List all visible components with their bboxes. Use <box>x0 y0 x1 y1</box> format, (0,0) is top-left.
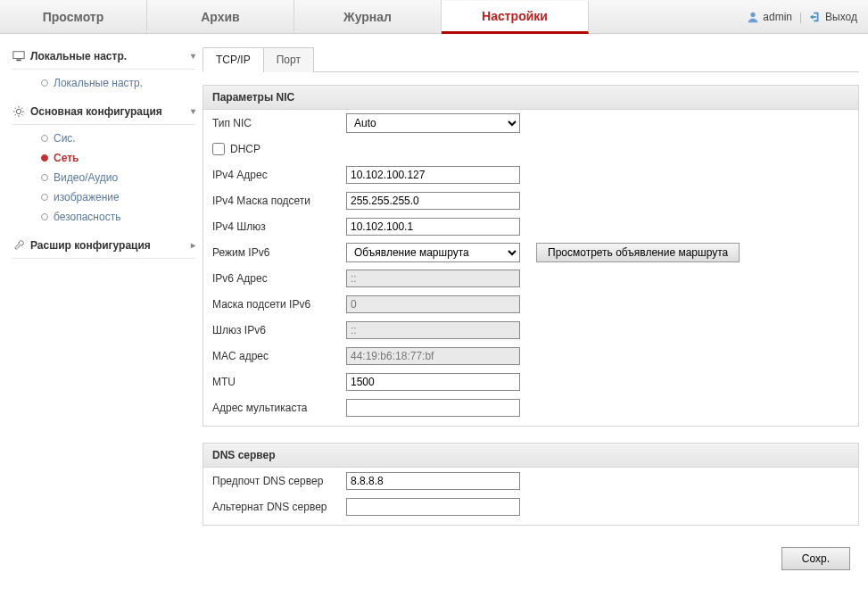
sidebar-head-advanced[interactable]: Расшир конфигурация ▸ <box>12 236 195 259</box>
tab-log[interactable]: Журнал <box>294 0 442 33</box>
ipv6-mode-select[interactable]: Объявление маршрута <box>346 243 520 262</box>
sidebar-item-label: изображение <box>54 191 120 203</box>
dns-pref-input[interactable] <box>346 472 520 490</box>
dns-pref-label: Предпочт DNS сервер <box>212 475 346 487</box>
ipv6-gw-input <box>346 321 520 339</box>
main-content: TCP/IP Порт Параметры NIC Тип NIC Auto D… <box>201 34 868 589</box>
svg-rect-2 <box>16 59 21 61</box>
svg-point-0 <box>751 12 756 16</box>
sidebar-item-label: Сеть <box>54 152 79 164</box>
ipv4-mask-input[interactable] <box>346 192 520 210</box>
save-button[interactable]: Сохр. <box>781 547 850 570</box>
logout-link[interactable]: Выход <box>809 11 857 23</box>
subtab-tcpip[interactable]: TCP/IP <box>203 47 264 72</box>
sidebar-head-basic[interactable]: Основная конфигурация ▾ <box>12 102 195 125</box>
user-icon <box>747 11 759 23</box>
sidebar-head-local-label: Локальные настр. <box>30 50 127 62</box>
chevron-down-icon: ▾ <box>191 106 195 116</box>
logout-label: Выход <box>825 11 857 23</box>
ipv6-addr-input <box>346 270 520 287</box>
ipv6-mode-label: Режим IPv6 <box>212 246 346 259</box>
bullet-icon <box>41 135 48 142</box>
top-nav: Просмотр Архив Журнал Настройки admin | … <box>0 0 868 34</box>
top-nav-tabs: Просмотр Архив Журнал Настройки <box>0 0 589 33</box>
ipv4-mask-label: IPv4 Маска подсети <box>212 195 346 207</box>
sidebar-item-system[interactable]: Сис. <box>41 129 195 148</box>
footer: Сохр. <box>203 542 859 583</box>
bullet-icon <box>41 213 48 220</box>
chevron-right-icon: ▸ <box>191 240 195 250</box>
nic-type-select[interactable]: Auto <box>346 113 520 133</box>
mcast-label: Адрес мультикаста <box>212 402 346 414</box>
sidebar-item-video-audio[interactable]: Видео/Аудио <box>41 168 195 187</box>
sidebar-item-label: безопасность <box>54 211 120 223</box>
sidebar-item-local-settings[interactable]: Локальные настр. <box>41 73 195 93</box>
dns-alt-label: Альтернат DNS сервер <box>212 501 346 513</box>
sidebar-item-label: Сис. <box>54 132 76 145</box>
mcast-input[interactable] <box>346 399 520 417</box>
dhcp-label: DHCP <box>230 143 260 155</box>
ipv4-gw-label: IPv4 Шлюз <box>212 220 346 233</box>
sidebar-head-local[interactable]: Локальные настр. ▾ <box>12 46 195 70</box>
view-route-adv-button[interactable]: Просмотреть объявление маршрута <box>536 243 740 262</box>
sidebar-group-basic: Основная конфигурация ▾ Сис. Сеть Видео/… <box>12 102 195 227</box>
panel-nic: Параметры NIC Тип NIC Auto DHCP IPv4 Адр… <box>203 85 859 427</box>
gear-icon <box>12 105 25 118</box>
ipv4-gw-input[interactable] <box>346 218 520 236</box>
chevron-down-icon: ▾ <box>191 51 195 61</box>
panel-dns: DNS сервер Предпочт DNS сервер Альтернат… <box>203 443 859 526</box>
dns-alt-input[interactable] <box>346 498 520 516</box>
ipv4-addr-label: IPv4 Адрес <box>212 169 346 181</box>
svg-rect-1 <box>13 51 24 58</box>
panel-nic-title: Параметры NIC <box>203 86 858 110</box>
panel-dns-title: DNS сервер <box>203 444 858 468</box>
user-display: admin <box>747 11 792 23</box>
sidebar-item-label: Локальные настр. <box>54 77 143 89</box>
tab-settings[interactable]: Настройки <box>442 1 589 34</box>
bullet-icon <box>41 154 48 162</box>
user-name: admin <box>763 11 792 23</box>
bullet-icon <box>41 79 48 87</box>
mac-input <box>346 347 520 365</box>
logout-icon <box>809 11 822 23</box>
dhcp-checkbox[interactable] <box>212 143 225 155</box>
mac-label: MAC адрес <box>212 350 346 362</box>
mtu-input[interactable] <box>346 373 520 391</box>
sidebar-group-local: Локальные настр. ▾ Локальные настр. <box>12 46 195 93</box>
sidebar-head-advanced-label: Расшир конфигурация <box>30 239 151 252</box>
monitor-icon <box>12 50 25 62</box>
sidebar: Локальные настр. ▾ Локальные настр. Осно… <box>0 34 201 589</box>
nic-type-label: Тип NIC <box>212 117 346 129</box>
mtu-label: MTU <box>212 376 346 388</box>
sidebar-item-label: Видео/Аудио <box>54 171 118 184</box>
svg-point-3 <box>16 109 21 113</box>
bullet-icon <box>41 174 48 181</box>
ipv6-mask-label: Маска подсети IPv6 <box>212 298 346 311</box>
top-nav-right: admin | Выход <box>747 11 857 23</box>
subtabs: TCP/IP Порт <box>203 46 859 72</box>
ipv6-addr-label: IPv6 Адрес <box>212 272 346 285</box>
sidebar-item-image[interactable]: изображение <box>41 187 195 207</box>
tab-archive[interactable]: Архив <box>147 0 294 33</box>
ipv6-mask-input <box>346 295 520 313</box>
tab-preview[interactable]: Просмотр <box>0 0 147 33</box>
sidebar-head-basic-label: Основная конфигурация <box>30 105 162 118</box>
sidebar-item-network[interactable]: Сеть <box>41 148 195 168</box>
sidebar-item-security[interactable]: безопасность <box>41 207 195 227</box>
subtab-port[interactable]: Порт <box>263 47 314 72</box>
separator: | <box>799 11 802 23</box>
wrench-icon <box>12 239 25 252</box>
bullet-icon <box>41 194 48 201</box>
ipv4-addr-input[interactable] <box>346 166 520 184</box>
ipv6-gw-label: Шлюз IPv6 <box>212 324 346 336</box>
sidebar-group-advanced: Расшир конфигурация ▸ <box>12 236 195 259</box>
